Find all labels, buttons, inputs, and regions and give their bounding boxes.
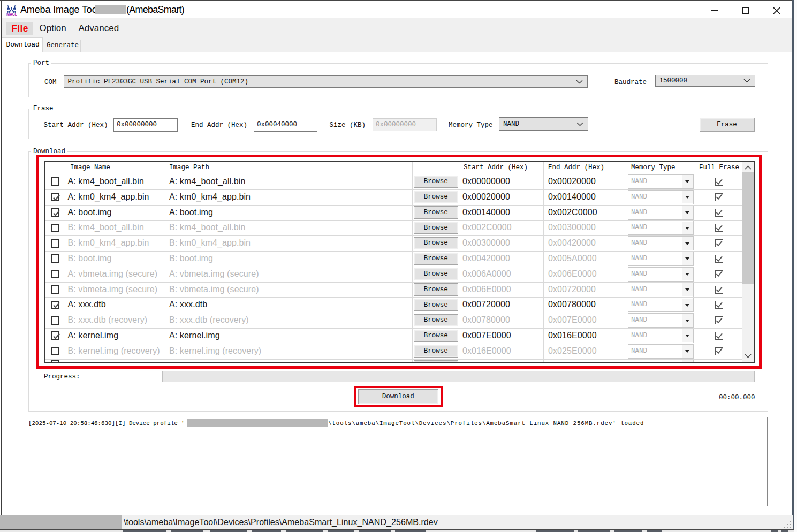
svg-text:IMAGE: IMAGE bbox=[6, 12, 17, 16]
